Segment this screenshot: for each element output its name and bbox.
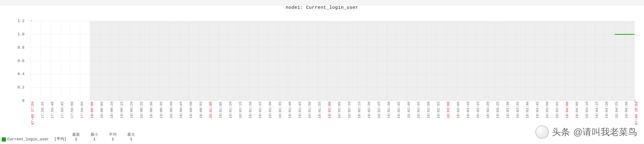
gridline-v (545, 21, 546, 101)
gridline-h (30, 48, 634, 48)
legend-series[interactable]: Current_login_user (2, 137, 49, 141)
x-tick-label: 18:00:35 (159, 102, 163, 118)
gridline-v (149, 21, 150, 101)
gridline-v (209, 21, 209, 101)
stat-latest-label: 最新 (72, 132, 80, 137)
gridline-v (426, 21, 427, 101)
x-tick-label: 17:59:50 (70, 102, 74, 118)
x-tick-label: 18:04:05 (575, 102, 579, 118)
y-tick-label: 0.4 (18, 72, 24, 76)
y-tick-label: 1.2 (18, 19, 24, 23)
x-tick-label: 18:02:55 (436, 102, 440, 118)
gridline-v (120, 21, 120, 101)
x-tick-label: 18:03:40 (526, 102, 530, 118)
x-tick-label-major: 18:03:00 (446, 102, 450, 118)
gridline-v (456, 21, 456, 101)
x-tick-label: 18:01:20 (248, 102, 252, 118)
gridline-v (416, 21, 417, 101)
x-tick-label-major: 18:02:00 (328, 102, 332, 118)
x-tick-label-major: 18:00:00 (90, 102, 94, 118)
x-tick-label: 18:03:25 (496, 102, 500, 118)
gridline-v (159, 21, 160, 101)
gridline-v (397, 21, 397, 101)
gridline-v (367, 21, 367, 101)
gridline-v (446, 21, 446, 101)
x-tick-label: 18:02:20 (367, 102, 371, 118)
y-tick-label: 0.6 (18, 59, 24, 63)
gridline-v (476, 21, 476, 101)
gridline-v (40, 21, 41, 101)
x-tick-label: 18:00:55 (199, 102, 203, 118)
x-tick-label: 18:02:35 (397, 102, 401, 118)
x-tick-label: 18:03:50 (545, 102, 549, 118)
gridline-v (70, 21, 70, 101)
x-tick-label: 17:59:55 (80, 102, 84, 118)
gridline-v (526, 21, 526, 101)
x-tick-label: 18:01:30 (268, 102, 272, 118)
x-tick-label: 18:03:10 (466, 102, 470, 118)
x-tick-label: 18:02:40 (407, 102, 411, 118)
y-tick-label: 0.8 (18, 45, 24, 50)
gridline-v (169, 21, 170, 101)
chart-container: 00.20.40.60.81.01.2 07-08 17:5917:59:351… (2, 10, 640, 129)
x-tick-label: 17:59:40 (50, 102, 54, 118)
x-tick-label: 18:02:15 (357, 102, 361, 118)
gridline-v (100, 21, 100, 101)
gridline-v (228, 21, 229, 101)
stat-max-value: 1 (127, 137, 136, 141)
gridline-v (90, 21, 90, 101)
x-tick-label: 18:02:05 (338, 102, 342, 118)
stat-min: 最小 1 (90, 132, 99, 141)
x-tick-label: 17:59:45 (60, 102, 64, 118)
x-tick-label: 18:04:15 (595, 102, 599, 118)
gridline-v (486, 21, 486, 101)
page-root: node1: Current_login_user 00.20.40.60.81… (0, 0, 644, 144)
x-tick-label: 18:01:55 (318, 102, 322, 118)
x-tick-label: 18:00:15 (120, 102, 124, 118)
stat-min-label: 最小 (90, 132, 99, 137)
x-tick-label: 18:00:50 (189, 102, 193, 118)
legend-agg-label: [平均] (54, 136, 66, 141)
x-tick-label-major: 07-08 17:59 (30, 102, 34, 125)
x-tick-label: 18:04:10 (585, 102, 589, 118)
gridline-v (506, 21, 506, 101)
stat-max-label: 最大 (127, 132, 136, 137)
x-tick-label: 18:01:40 (288, 102, 292, 118)
x-tick-label: 18:00:10 (110, 102, 114, 118)
gridline-v (496, 21, 496, 101)
gridline-v (140, 21, 140, 101)
stat-min-value: 1 (90, 137, 99, 141)
x-tick-label: 18:02:45 (416, 102, 420, 118)
gridline-v (80, 21, 80, 101)
x-tick-label: 18:03:45 (536, 102, 540, 118)
x-tick-label: 18:03:05 (456, 102, 460, 118)
x-tick-label: 18:01:25 (258, 102, 262, 118)
gridline-v (347, 21, 348, 101)
x-tick-label-major: 18:01:00 (209, 102, 213, 118)
y-tick-label: 0 (22, 99, 24, 103)
gridline-h (30, 101, 634, 101)
gridline-v (189, 21, 189, 101)
gridline-v (357, 21, 358, 101)
x-tick-label: 18:00:20 (130, 102, 134, 118)
x-tick-label: 18:02:30 (387, 102, 391, 118)
x-tick-label: 18:00:25 (140, 102, 144, 118)
gridline-h (30, 61, 634, 61)
gridline-v (436, 21, 437, 101)
plot-area[interactable] (30, 21, 634, 101)
y-tick-label: 0.2 (18, 85, 24, 90)
x-tick-label: 18:04:30 (624, 102, 628, 118)
x-tick-label: 18:01:10 (228, 102, 232, 118)
x-tick-label: 18:04:25 (615, 102, 619, 118)
gridline-v (328, 21, 328, 101)
chart-title: node1: Current_login_user (0, 5, 644, 10)
gridline-h (30, 21, 634, 21)
x-tick-label: 18:00:40 (169, 102, 173, 118)
x-tick-label: 18:04:20 (605, 102, 609, 118)
x-tick-label: 18:02:25 (377, 102, 381, 118)
x-tick-label: 18:02:50 (426, 102, 430, 118)
legend-stats: 最新 1 最小 1 平均 1 最大 1 (72, 132, 136, 141)
legend-color-swatch (2, 137, 6, 141)
gridline-v (50, 21, 50, 101)
x-tick-label: 18:01:15 (238, 102, 242, 118)
